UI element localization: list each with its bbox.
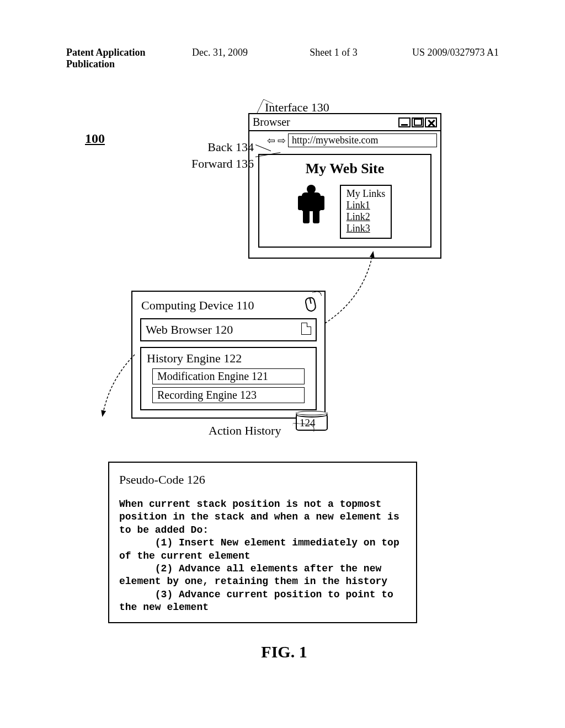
- pseudo-code-body: When current stack position is not a top…: [119, 498, 406, 614]
- pseudo-code-box: Pseudo-Code 126 When current stack posit…: [108, 462, 417, 623]
- window-controls: [398, 117, 437, 127]
- figure-label: FIG. 1: [66, 643, 502, 661]
- link-2[interactable]: Link2: [347, 211, 386, 223]
- forward-arrow-icon[interactable]: ⇨: [278, 136, 286, 146]
- pseudo-code-title: Pseudo-Code 126: [119, 473, 406, 487]
- publication-label: Patent Application Publication: [66, 47, 169, 70]
- back-forward-labels: Back 134 Forward 136: [177, 139, 254, 172]
- history-engine-box: History Engine 122 Modification Engine 1…: [140, 347, 317, 410]
- browser-nav-bar: ⇦ ⇨ http://mywebsite.com: [249, 131, 440, 149]
- document-icon: [301, 323, 311, 335]
- computing-device-box: Computing Device 110 Web Browser 120 His…: [131, 291, 326, 419]
- browser-titlebar: Browser: [249, 114, 440, 131]
- publication-date: Dec. 31, 2009: [169, 47, 271, 70]
- close-button[interactable]: [425, 117, 437, 127]
- action-history-label: Action History: [209, 424, 281, 438]
- modification-engine-box: Modification Engine 121: [152, 368, 305, 384]
- reference-number-100: 100: [85, 131, 105, 146]
- maximize-button[interactable]: [412, 117, 424, 127]
- web-browser-label: Web Browser 120: [146, 323, 301, 337]
- figure-1: 100 Interface 130 Back 134 Forward 136 B…: [66, 88, 502, 684]
- url-input[interactable]: http://mywebsite.com: [288, 133, 437, 147]
- computing-device-label: Computing Device 110: [141, 298, 306, 313]
- links-title: My Links: [347, 188, 386, 200]
- web-browser-box: Web Browser 120: [140, 318, 317, 341]
- sheet-number: Sheet 1 of 3: [271, 47, 412, 70]
- recording-engine-box: Recording Engine 123: [152, 387, 305, 403]
- browser-title: Browser: [253, 116, 398, 129]
- back-arrow-icon[interactable]: ⇦: [267, 136, 275, 146]
- browser-window: Browser ⇦ ⇨ http://mywebsite.com My Web …: [248, 113, 441, 259]
- link-1[interactable]: Link1: [347, 200, 386, 211]
- callout-lead-action-history: [292, 423, 315, 432]
- page-heading: My Web Site: [267, 160, 423, 177]
- doc-number: US 2009/0327973 A1: [412, 47, 499, 70]
- person-icon: [298, 185, 324, 223]
- history-engine-label: History Engine 122: [147, 351, 310, 366]
- links-box: My Links Link1 Link2 Link3: [340, 185, 392, 239]
- browser-content: My Web Site My Links Link1 Link2 Link3: [258, 154, 431, 248]
- minimize-button[interactable]: [398, 117, 411, 127]
- mouse-icon: [304, 296, 317, 312]
- page-header: Patent Application Publication Dec. 31, …: [66, 47, 499, 70]
- back-label: Back 134: [177, 139, 254, 156]
- link-3[interactable]: Link3: [347, 223, 386, 234]
- forward-label: Forward 136: [177, 156, 254, 172]
